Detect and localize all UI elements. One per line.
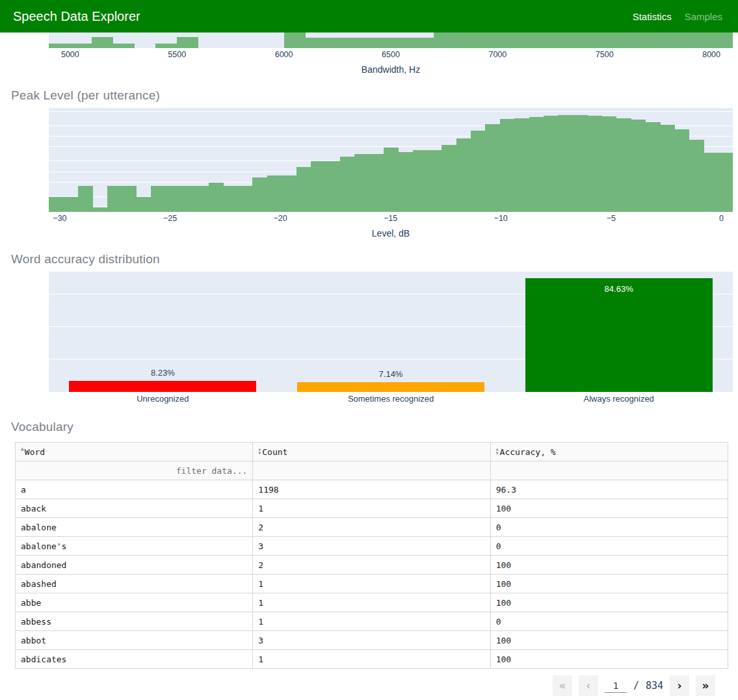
word-cell[interactable]: a: [16, 480, 253, 499]
bar-percentage-label: 7.14%: [379, 369, 403, 379]
histogram-bar: [471, 131, 486, 212]
column-header-word[interactable]: ▲Word: [16, 443, 253, 461]
previous-page-button[interactable]: ‹: [579, 675, 598, 696]
histogram-bar: [306, 38, 434, 48]
last-page-button[interactable]: »: [696, 675, 715, 696]
count-cell[interactable]: 1198: [253, 480, 490, 499]
histogram-bar: [398, 152, 413, 212]
sort-ascending-icon[interactable]: ▲: [21, 446, 24, 452]
histogram-bar: [674, 129, 689, 212]
histogram-bar: [369, 154, 384, 212]
histogram-bar: [573, 115, 588, 212]
histogram-bar: [514, 118, 529, 212]
app-header: Speech Data Explorer Statistics Samples: [0, 0, 738, 32]
histogram-bar: [155, 44, 177, 48]
histogram-bar: [92, 37, 113, 48]
table-row: a119896.3: [16, 480, 728, 499]
accuracy-cell[interactable]: 100: [490, 650, 728, 669]
word-cell[interactable]: abbot: [16, 631, 253, 650]
word-cell[interactable]: abalone's: [16, 537, 253, 556]
accuracy-cell[interactable]: 100: [490, 593, 728, 612]
histogram-bar: [238, 186, 253, 212]
x-tick-label: 7500: [596, 50, 614, 59]
x-tick-label: 5000: [61, 50, 79, 59]
x-tick-label: −25: [163, 214, 177, 223]
accuracy-filter-input[interactable]: [490, 461, 728, 480]
sort-icon[interactable]: ▲▼: [258, 447, 261, 456]
histogram-bar: [340, 157, 355, 212]
histogram-bar: [165, 186, 180, 212]
word-cell[interactable]: abbess: [16, 612, 253, 631]
histogram-bar: [49, 44, 92, 48]
column-header-count-label: Count: [262, 447, 287, 457]
histogram-bar: [631, 120, 646, 212]
accuracy-cell[interactable]: 96.3: [490, 480, 728, 499]
nav-samples[interactable]: Samples: [685, 11, 722, 22]
histogram-bar: [49, 197, 64, 212]
accuracy-bar-always-recognized: [525, 278, 713, 392]
histogram-bar: [325, 161, 340, 212]
accuracy-cell[interactable]: 0: [490, 612, 728, 631]
histogram-bar: [209, 183, 224, 212]
accuracy-cell[interactable]: 0: [490, 537, 728, 556]
word-cell[interactable]: abashed: [16, 575, 253, 593]
count-cell[interactable]: 3: [253, 537, 490, 556]
histogram-bar: [485, 124, 500, 212]
word-accuracy-section-title: Word accuracy distribution: [11, 252, 738, 266]
bar-percentage-label: 8.23%: [151, 368, 175, 378]
peak-level-section-title: Peak Level (per utterance): [11, 88, 738, 103]
column-header-count[interactable]: ▲▼Count: [253, 443, 490, 461]
count-cell[interactable]: 1: [253, 593, 490, 612]
histogram-bar: [252, 177, 267, 212]
category-tick-label: Unrecognized: [137, 394, 189, 404]
histogram-bar: [616, 118, 631, 212]
accuracy-cell[interactable]: 100: [490, 556, 728, 575]
accuracy-cell[interactable]: 100: [490, 631, 728, 650]
vocabulary-section-title: Vocabulary: [11, 420, 738, 434]
column-header-accuracy[interactable]: ▲▼Accuracy, %: [490, 443, 728, 461]
sort-icon[interactable]: ▲▼: [496, 447, 499, 456]
word-cell[interactable]: abandoned: [16, 556, 253, 575]
table-pagination: « ‹ / 834 › »: [15, 675, 715, 696]
word-accuracy-category-labels: UnrecognizedSometimes recognizedAlways r…: [49, 393, 733, 406]
table-row: abbot3100: [16, 631, 728, 650]
accuracy-cell[interactable]: 100: [490, 499, 728, 518]
y-gridline: [49, 111, 733, 112]
current-page-input[interactable]: [605, 679, 627, 693]
count-cell[interactable]: 2: [253, 518, 490, 537]
histogram-bar: [122, 186, 137, 212]
peak-level-x-axis-ticks: −30−25−20−15−10−50: [49, 214, 733, 224]
word-cell[interactable]: aback: [16, 499, 253, 518]
word-accuracy-bar-chart-plot[interactable]: # words 02000400060008.23%7.14%84.63%: [49, 272, 733, 392]
count-cell[interactable]: 1: [253, 650, 490, 669]
x-tick-label: 8000: [702, 50, 720, 59]
histogram-bar: [224, 186, 239, 212]
first-page-button[interactable]: «: [553, 675, 572, 696]
peak-level-histogram-plot[interactable]: count 125102510025: [49, 108, 733, 212]
next-page-button[interactable]: ›: [670, 675, 689, 696]
histogram-bar: [354, 154, 369, 212]
bandwidth-histogram-plot[interactable]: 1: [49, 32, 733, 48]
table-row: abdicates1100: [16, 650, 728, 669]
word-filter-input[interactable]: filter data...: [16, 461, 253, 480]
histogram-bar: [78, 186, 93, 212]
count-cell[interactable]: 3: [253, 631, 490, 650]
x-tick-label: 0: [719, 214, 724, 223]
word-cell[interactable]: abdicates: [16, 650, 253, 669]
count-cell[interactable]: 1: [253, 575, 490, 593]
word-cell[interactable]: abalone: [16, 518, 253, 537]
histogram-bar: [413, 150, 428, 212]
histogram-bar: [194, 186, 209, 212]
word-cell[interactable]: abbe: [16, 593, 253, 612]
count-filter-input[interactable]: [253, 461, 490, 480]
count-cell[interactable]: 1: [253, 612, 490, 631]
x-tick-label: 5500: [168, 50, 186, 59]
accuracy-cell[interactable]: 100: [490, 575, 728, 593]
histogram-bar: [646, 122, 661, 212]
count-cell[interactable]: 1: [253, 499, 490, 518]
histogram-bar: [267, 175, 282, 212]
accuracy-cell[interactable]: 0: [490, 518, 728, 537]
count-cell[interactable]: 2: [253, 556, 490, 575]
nav-statistics[interactable]: Statistics: [633, 11, 672, 22]
vocabulary-table: ▲Word ▲▼Count ▲▼Accuracy, % filter data.…: [15, 442, 728, 669]
